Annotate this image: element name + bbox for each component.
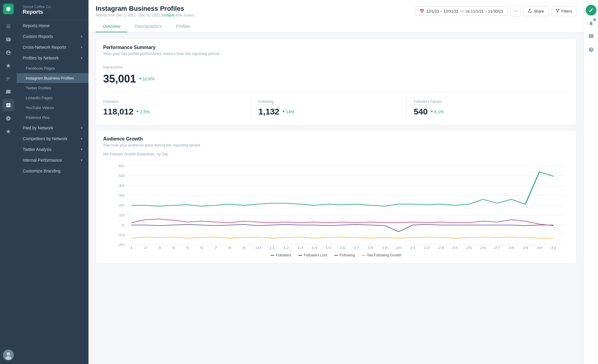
svg-text:29: 29 [522, 246, 528, 250]
notification-dot [594, 19, 596, 21]
multiple-timezones-link[interactable]: multiple [162, 13, 175, 17]
svg-text:22: 22 [424, 246, 430, 250]
legend-followers: Followers [271, 253, 291, 257]
legend-followers-lost-label: Followers Lost [304, 253, 327, 257]
svg-text:14: 14 [311, 246, 317, 250]
header-title-area: Instagram Business Profiles Activity fro… [96, 5, 194, 17]
legend-following: Following [334, 253, 355, 257]
sidebar-item-facebook-pages[interactable]: Facebook Pages [17, 63, 89, 73]
date-range-picker[interactable]: 📅 12/1/21 – 12/31/21 vs vs 11/1/21 – 11/… [415, 7, 507, 16]
svg-text:26: 26 [480, 246, 486, 250]
sidebar-item-reports-home[interactable]: Reports Home [17, 20, 89, 31]
sidebar-item-internal-performance[interactable]: Internal Performance ▾ [17, 155, 89, 166]
following-label: Following [258, 100, 274, 105]
svg-text:3: 3 [158, 246, 161, 250]
svg-text:10: 10 [119, 213, 125, 217]
sidebar-item-pinterest-pins[interactable]: Pinterest Pins [17, 113, 89, 123]
svg-point-1 [7, 352, 10, 356]
sidebar-item-linkedin-pages[interactable]: LinkedIn Pages [17, 93, 89, 103]
followers-gained-value: 540 6.1% [414, 107, 555, 117]
chevron-down-icon: ▾ [81, 147, 83, 152]
following-metric: Following 1,132 14% [258, 96, 406, 119]
right-action-bar [584, 0, 598, 364]
svg-text:17: 17 [353, 246, 359, 250]
svg-text:7: 7 [214, 246, 217, 250]
svg-text:13: 13 [297, 246, 303, 250]
nav-publishing[interactable] [2, 60, 14, 72]
impressions-label: Impressions [103, 65, 123, 70]
impressions-change: 10.6% [138, 77, 155, 81]
chevron-down-icon: ▾ [81, 56, 83, 60]
ellipsis-icon: ··· [513, 8, 517, 14]
nav-compose[interactable] [2, 20, 14, 32]
feedback-button[interactable] [586, 31, 597, 42]
legend-net-growth-dot [362, 255, 365, 256]
svg-text:23: 23 [438, 246, 444, 250]
page-tabs: Overview Demographics Profiles [96, 21, 576, 32]
sidebar-item-paid-by-network[interactable]: Paid by Network ▾ [17, 123, 89, 133]
followers-change: 2.5% [136, 109, 150, 114]
sidebar: Sprout Coffee Co. Reports Reports Home C… [17, 0, 89, 364]
sidebar-item-twitter-analysis[interactable]: Twitter Analysis ▾ [17, 144, 89, 155]
nav-inbox[interactable] [2, 33, 14, 45]
sidebar-item-twitter-profiles[interactable]: Twitter Profiles [17, 83, 89, 93]
impressions-metric: Impressions 35,001 10.6% [103, 61, 569, 91]
share-button[interactable]: Share [523, 6, 549, 16]
compare-range-value: vs 11/1/21 – 11/30/21 [466, 9, 503, 13]
legend-net-growth-label: Net Following Growth [367, 253, 402, 257]
svg-text:18: 18 [367, 246, 373, 250]
legend-followers-label: Followers [276, 253, 291, 257]
notifications-button[interactable] [586, 18, 597, 29]
svg-marker-3 [556, 9, 559, 12]
sidebar-item-youtube-videos[interactable]: YouTube Videos [17, 103, 89, 113]
user-avatar[interactable] [3, 350, 14, 360]
sidebar-header: Sprout Coffee Co. Reports [17, 0, 89, 20]
followers-gained-label: Followers Gained [414, 100, 442, 105]
nav-listening[interactable] [2, 73, 14, 85]
sidebar-item-custom-reports[interactable]: Custom Reports ▾ [17, 31, 89, 42]
legend-following-dot [334, 255, 338, 256]
legend-net-growth: Net Following Growth [362, 253, 402, 257]
nav-automation[interactable] [2, 112, 14, 124]
svg-point-2 [5, 356, 11, 360]
compose-button[interactable] [586, 5, 597, 16]
legend-followers-lost-dot [298, 255, 302, 256]
svg-text:30: 30 [536, 246, 542, 250]
svg-text:4: 4 [172, 246, 175, 250]
nav-campaigns[interactable] [2, 86, 14, 98]
nav-tasks[interactable] [2, 47, 14, 59]
main-content: Instagram Business Profiles Activity fro… [89, 0, 584, 364]
svg-text:28: 28 [508, 246, 514, 250]
nav-reports[interactable] [2, 99, 14, 111]
svg-text:2: 2 [144, 246, 147, 250]
tab-profiles[interactable]: Profiles [169, 21, 197, 32]
chart-legend: Followers Followers Lost Following Net F… [103, 253, 569, 257]
page-header: Instagram Business Profiles Activity fro… [89, 0, 584, 33]
tab-overview[interactable]: Overview [96, 21, 127, 32]
svg-text:40: 40 [119, 184, 125, 187]
nav-premium[interactable] [2, 126, 14, 137]
sidebar-item-customize-branding[interactable]: Customize Branding [17, 166, 89, 176]
sidebar-item-profiles-by-network[interactable]: Profiles by Network ▾ [17, 53, 89, 63]
svg-text:31: 31 [550, 246, 556, 250]
audience-growth-title: Audience Growth [103, 136, 569, 142]
sidebar-item-cross-network[interactable]: Cross-Network Reports ▾ [17, 42, 89, 53]
sidebar-item-competitors-by-network[interactable]: Competitors by Network ▾ [17, 133, 89, 144]
app-logo[interactable] [3, 4, 14, 14]
svg-text:16: 16 [339, 246, 345, 250]
filters-button[interactable]: Filters [551, 6, 576, 16]
followers-gained-change: 6.1% [430, 109, 444, 114]
tab-demographics[interactable]: Demographics [127, 21, 169, 32]
more-options-button[interactable]: ··· [510, 6, 521, 16]
sidebar-item-instagram-business[interactable]: Instagram Business Profiles [17, 73, 89, 83]
svg-text:9: 9 [242, 246, 245, 250]
svg-text:11: 11 [269, 246, 275, 250]
svg-text:15: 15 [325, 246, 331, 250]
page-content: Performance Summary View your key profil… [89, 33, 584, 364]
sidebar-section-title: Reports [23, 9, 83, 15]
svg-text:-10: -10 [117, 233, 125, 237]
legend-followers-lost: Followers Lost [298, 253, 327, 257]
header-controls: 📅 12/1/21 – 12/31/21 vs vs 11/1/21 – 11/… [415, 6, 576, 16]
left-nav-bar [0, 0, 17, 364]
help-button[interactable] [586, 44, 597, 55]
